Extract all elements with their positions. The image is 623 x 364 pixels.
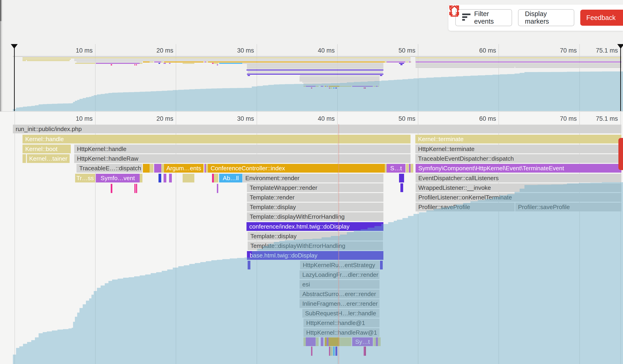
timeline-span[interactable]: Kernel::handle <box>22 135 410 143</box>
timeline-span[interactable]: HttpKernel::handleRaw@1 <box>303 328 379 337</box>
timeline-span[interactable] <box>316 337 319 346</box>
timeline-span-label: base.html.twig::doDisplay <box>250 252 317 258</box>
timeline-span[interactable] <box>161 164 164 173</box>
timeline-span[interactable]: run_init::public/index.php <box>13 125 621 133</box>
minimap-span <box>300 79 379 80</box>
timeline-span[interactable]: SubRequestH…ler::handle <box>302 309 379 318</box>
timeline-span[interactable]: TemplateWrapper::render <box>247 183 383 192</box>
timeline-span[interactable] <box>164 174 166 182</box>
timeline-span[interactable] <box>214 174 218 182</box>
timeline-span[interactable]: Argum…ents <box>164 164 203 173</box>
timeline-span[interactable]: Template::display <box>248 232 383 241</box>
minimap-span <box>302 82 379 83</box>
minimap-span <box>143 61 150 62</box>
feedback-button[interactable]: Feedback <box>580 10 623 26</box>
minimap-span <box>376 86 378 87</box>
timeline-span-label: S…t <box>390 165 402 171</box>
timeline-span[interactable]: ConferenceController::index <box>208 164 385 173</box>
marker-tick <box>333 346 335 356</box>
timeline-span[interactable] <box>306 337 316 346</box>
timeline-span[interactable] <box>399 174 404 182</box>
minimap-span <box>410 61 411 62</box>
timeline-span[interactable]: Template::displayWithErrorHandling <box>247 212 383 221</box>
timeline-span[interactable]: Sy…t <box>352 337 373 346</box>
timeline-span[interactable]: HttpKernelRu…entStrategy <box>300 261 379 269</box>
timeline-span[interactable] <box>340 337 352 346</box>
timeline-span[interactable]: HttpKernel::handleRaw <box>74 154 410 163</box>
timeline-span[interactable] <box>143 164 150 173</box>
timeline-span[interactable] <box>158 174 161 182</box>
timeline-span[interactable]: Profiler::saveProfile <box>416 203 514 211</box>
timeline-span[interactable]: ProfilerListener::onKernelTerminate <box>416 193 621 202</box>
ruler-label-top: 20 ms <box>156 47 174 54</box>
timeline-span-label: Kernel::terminate <box>418 136 464 142</box>
timeline-span[interactable] <box>150 164 154 173</box>
timeline-span[interactable] <box>154 164 161 173</box>
selection-stem-left[interactable] <box>14 44 15 111</box>
timeline-span[interactable]: esi <box>300 280 379 289</box>
ruler-label-top: 60 ms <box>479 47 496 54</box>
timeline-span[interactable]: Kernel…tainer <box>27 154 70 163</box>
timeline-span[interactable]: WrappedListener::__invoke <box>416 183 621 192</box>
grid-line <box>498 44 499 111</box>
timeline-span[interactable]: AbstractSurro…erer::render <box>300 290 379 298</box>
timeline-span[interactable]: TraceableE…::dispatch <box>76 164 142 173</box>
timeline-span[interactable] <box>22 154 26 163</box>
timeline-span[interactable]: HttpKernel::handle <box>74 145 410 153</box>
timeline-span[interactable] <box>169 174 172 182</box>
timeline-span-label: LazyLoadingFr…dler::render <box>302 272 378 278</box>
selection-stem-right[interactable] <box>620 44 621 111</box>
grid-line <box>579 44 580 111</box>
timeline-span[interactable]: LazyLoadingFr…dler::render <box>300 270 379 279</box>
timeline-span[interactable]: TraceableEventDispatcher::dispatch <box>415 154 621 163</box>
timeline-span-label: HttpKernel::terminate <box>418 146 475 152</box>
timeline-span-label: Kernel::handle <box>25 136 64 142</box>
marker-tick <box>136 184 137 193</box>
minimap-span <box>96 63 140 64</box>
timeline-span[interactable]: Kernel::terminate <box>415 135 621 143</box>
timeline-span[interactable] <box>380 261 383 269</box>
filter-events-button[interactable]: Filter events <box>455 9 512 26</box>
minimap-marker-tick <box>217 64 218 65</box>
timeline-span[interactable]: Template::render <box>247 193 383 202</box>
scrollbar-thumb[interactable] <box>618 138 623 170</box>
minimap-marker-tick <box>364 87 365 89</box>
minimap-marker-tick <box>335 87 337 89</box>
timeline-span[interactable] <box>321 337 323 346</box>
timeline-span[interactable] <box>378 337 381 346</box>
window-edge-shadow-dark <box>0 0 2 21</box>
timeline-span[interactable]: EventDispatcher::callListeners <box>416 174 621 182</box>
timeline-span[interactable]: Ab…ll <box>219 174 242 182</box>
minimap-span <box>164 63 166 64</box>
timeline-span[interactable]: Template::display <box>247 203 383 211</box>
timeline-span[interactable] <box>329 337 339 346</box>
timeline-span[interactable] <box>400 183 403 192</box>
timeline-span[interactable] <box>406 164 409 173</box>
timeline-span[interactable]: InlineFragmen…erer::render <box>300 299 379 308</box>
timeline-span[interactable]: HttpKernel::terminate <box>415 145 621 153</box>
timeline-span[interactable] <box>410 164 413 173</box>
timeline-span[interactable]: Template::displayWithErrorHandling <box>248 242 383 250</box>
timeline-span[interactable]: HttpKernel::handle@1 <box>303 319 379 327</box>
minimap-span <box>416 64 621 65</box>
timeline-span[interactable] <box>140 174 142 182</box>
timeline-span[interactable]: Tr…ss <box>75 174 95 182</box>
minimap-span <box>416 63 621 64</box>
minimap-span <box>75 63 95 64</box>
timeline-span[interactable]: Symfony\Component\HttpKernel\Event\Termi… <box>416 164 621 173</box>
display-markers-button[interactable]: Display markers <box>518 9 574 26</box>
timeline-span[interactable]: conference/index.html.twig::doDisplay <box>246 222 383 231</box>
grid-line <box>15 111 15 364</box>
timeline-span[interactable]: base.html.twig::doDisplay <box>247 251 383 260</box>
timeline-span-label: Environment::render <box>245 175 300 181</box>
timeline-span[interactable]: Symfo…vent <box>96 174 140 182</box>
timeline-span[interactable] <box>183 174 194 182</box>
timeline-span[interactable] <box>248 261 250 269</box>
timeline-span-label: ConferenceController::index <box>211 165 285 171</box>
timeline-span[interactable]: Kernel::boot <box>22 145 71 153</box>
timeline-span[interactable]: S…t <box>387 164 405 173</box>
minimap-marker-tick <box>330 87 332 89</box>
timeline-span[interactable]: Environment::render <box>243 174 383 182</box>
minimap-span <box>387 61 405 62</box>
timeline-span[interactable]: Profiler::saveProfile <box>515 203 621 211</box>
